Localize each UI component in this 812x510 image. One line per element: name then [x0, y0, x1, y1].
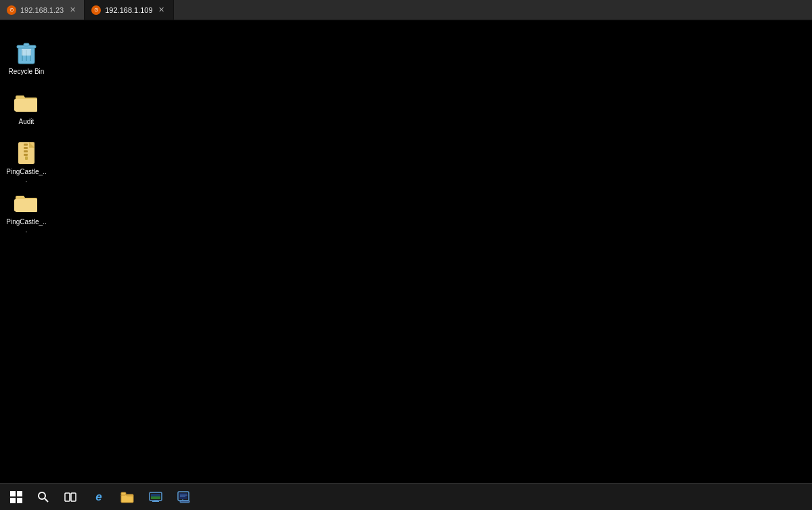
svg-line-15 [45, 498, 48, 502]
svg-rect-19 [121, 492, 126, 495]
mstsc-button[interactable] [142, 485, 169, 509]
ie-icon: e [95, 490, 102, 504]
explorer-icon [120, 491, 134, 503]
search-button[interactable] [31, 485, 55, 509]
svg-rect-23 [152, 501, 159, 502]
rdp2-button[interactable] [171, 485, 198, 509]
taskview-icon [64, 491, 76, 503]
tab1-icon: ⊙ [7, 5, 16, 15]
svg-rect-6 [22, 49, 31, 56]
svg-rect-24 [151, 496, 160, 499]
tab2-icon: ⊙ [91, 5, 101, 15]
tab1-label: 192.168.1.23 [20, 6, 64, 14]
svg-point-14 [39, 492, 45, 499]
pingcastle-zip-icon[interactable]: PingCastle_... [3, 138, 50, 187]
recycle-bin-icon[interactable]: Recycle Bin [3, 38, 50, 79]
pingcastle-zip-label: PingCastle_... [5, 168, 47, 184]
tab2-close[interactable]: ✕ [157, 5, 166, 15]
svg-rect-8 [29, 142, 35, 148]
taskview-button[interactable] [57, 485, 84, 509]
mstsc-icon [149, 492, 162, 503]
taskbar: e [0, 483, 812, 510]
audit-folder-label: Audit [19, 118, 35, 126]
svg-rect-9 [24, 144, 28, 146]
tab2-label: 192.168.1.109 [105, 6, 152, 14]
audit-folder-icon[interactable]: Audit [3, 88, 50, 129]
rdp2-icon [177, 491, 191, 503]
svg-rect-17 [71, 493, 76, 501]
ie-button[interactable]: e [85, 485, 112, 509]
search-icon [37, 491, 49, 503]
recycle-bin-image [14, 41, 39, 65]
start-button[interactable] [3, 485, 30, 509]
svg-rect-10 [24, 147, 28, 149]
pingcastle-folder-label: PingCastle_... [5, 218, 47, 234]
pingcastle-zip-image [14, 141, 39, 165]
audit-folder-image [14, 91, 39, 115]
svg-rect-2 [24, 43, 29, 46]
file-explorer-button[interactable] [114, 485, 141, 509]
recycle-bin-label: Recycle Bin [9, 68, 45, 76]
svg-rect-27 [180, 501, 189, 503]
svg-rect-13 [25, 156, 28, 160]
tab1-close[interactable]: ✕ [68, 5, 77, 15]
pingcastle-folder-image [14, 191, 39, 215]
windows-logo-icon [10, 491, 22, 503]
tab-bar: ⊙ 192.168.1.23 ✕ ⊙ 192.168.1.109 ✕ [0, 0, 812, 20]
svg-rect-12 [24, 154, 28, 156]
pingcastle-folder-icon[interactable]: PingCastle_... [3, 188, 50, 237]
tab-192-168-1-23[interactable]: ⊙ 192.168.1.23 ✕ [0, 0, 85, 20]
svg-rect-11 [24, 150, 28, 152]
svg-rect-16 [65, 493, 70, 501]
desktop: Recycle Bin Audit [0, 20, 812, 483]
tab-192-168-1-109[interactable]: ⊙ 192.168.1.109 ✕ [85, 0, 173, 20]
